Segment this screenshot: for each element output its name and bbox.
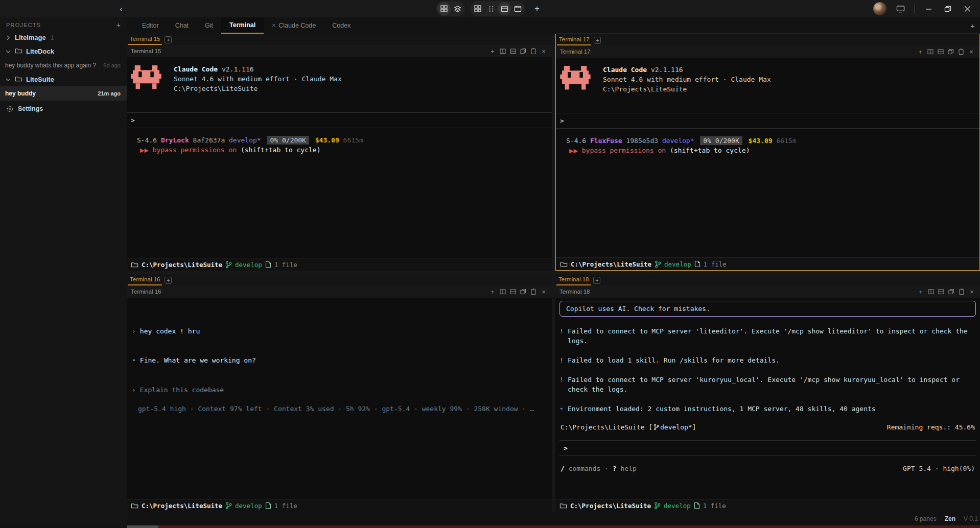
clipboard-button[interactable] xyxy=(958,287,966,296)
chat-item-litedock[interactable]: hey buddy whats this app again ? 6d ago xyxy=(0,58,127,73)
pane-terminal-16: Terminal 16 + Terminal 16 + × xyxy=(127,274,552,512)
close-pane-button[interactable]: × xyxy=(540,287,548,296)
split-horizontal-button[interactable] xyxy=(937,47,945,56)
close-pane-button[interactable]: × xyxy=(540,47,548,55)
terminal-prompt-input[interactable]: > xyxy=(556,113,979,129)
split-pane-button[interactable] xyxy=(498,2,511,15)
close-pane-button[interactable]: × xyxy=(967,47,975,56)
clipboard-button[interactable] xyxy=(957,47,965,56)
claude-code-logo xyxy=(131,65,161,92)
add-terminal-tab-button[interactable]: + xyxy=(594,37,601,44)
footer-branch[interactable]: develop xyxy=(235,261,262,269)
split-vertical-button[interactable] xyxy=(926,47,935,56)
split-horizontal-button[interactable] xyxy=(509,287,517,296)
file-icon xyxy=(265,502,271,509)
footer-branch[interactable]: develop xyxy=(664,502,691,510)
terminal-output: Claude Code v2.1.116 Sonnet 4.6 with med… xyxy=(556,58,979,257)
pane-tab[interactable]: Terminal 17 xyxy=(557,34,591,45)
split-vertical-button[interactable] xyxy=(499,287,507,296)
pane-title: Terminal 15 xyxy=(131,48,161,54)
git-branch-icon xyxy=(654,424,659,430)
duplicate-button[interactable] xyxy=(519,287,527,296)
layers-icon xyxy=(454,5,461,13)
footer-path: C:\Projects\LiteSuite xyxy=(571,260,651,268)
suggested-prompt[interactable]: ›Explain this codebase xyxy=(127,385,552,395)
minimize-button[interactable] xyxy=(923,3,934,14)
add-project-button[interactable]: + xyxy=(116,21,121,29)
new-terminal-button[interactable]: + xyxy=(916,47,924,56)
chevron-down-icon xyxy=(6,78,11,82)
new-terminal-button[interactable]: + xyxy=(488,287,497,296)
dots-grid-button[interactable] xyxy=(484,2,498,15)
clipboard-button[interactable] xyxy=(529,47,538,55)
pane-footer: C:\Projects\LiteSuite develop 1 file xyxy=(127,499,552,512)
footer-file-count[interactable]: 1 file xyxy=(703,502,726,510)
scrollbar-thumb[interactable] xyxy=(127,525,158,528)
footer-branch[interactable]: develop xyxy=(235,502,262,510)
duplicate-button[interactable] xyxy=(947,47,955,56)
close-pane-button[interactable]: × xyxy=(968,287,976,296)
split-vertical-button[interactable] xyxy=(499,47,507,55)
pane-title: Terminal 18 xyxy=(559,289,590,295)
split-horizontal-button[interactable] xyxy=(937,287,945,296)
pane-footer: C:\Projects\LiteSuite develop 1 file xyxy=(555,499,980,512)
claude-code-logo xyxy=(560,66,591,92)
footer-branch[interactable]: develop xyxy=(664,260,691,268)
terminal-prompt-input[interactable]: > xyxy=(559,440,976,456)
grid-layout-button[interactable] xyxy=(437,2,451,15)
tab-editor[interactable]: Editor xyxy=(134,17,167,34)
add-terminal-tab-button[interactable]: + xyxy=(165,277,172,284)
close-tab-icon[interactable]: × xyxy=(272,22,275,29)
sidebar-item-settings[interactable]: Settings xyxy=(0,102,127,116)
new-terminal-button[interactable]: + xyxy=(917,287,925,296)
layout-pill xyxy=(436,1,465,16)
split-horizontal-button[interactable] xyxy=(509,47,517,55)
folder-icon xyxy=(131,502,138,509)
duplicate-button[interactable] xyxy=(519,47,527,55)
app-version: V 0.1 xyxy=(964,515,978,522)
close-window-button[interactable] xyxy=(962,3,973,14)
pane-terminal-17: Terminal 17 + Terminal 17 + × xyxy=(555,34,980,271)
tab-claude-code[interactable]: × Claude Code xyxy=(264,17,324,34)
cwd-text: C:\Projects\LiteSuite [ xyxy=(561,422,652,432)
tab-terminal[interactable]: Terminal xyxy=(221,17,264,34)
gear-icon xyxy=(6,105,14,113)
pane-tab[interactable]: Terminal 15 xyxy=(128,34,162,45)
close-icon xyxy=(964,6,971,12)
add-terminal-tab-button[interactable]: + xyxy=(165,36,172,43)
pane-tab[interactable]: Terminal 18 xyxy=(556,274,591,285)
pane-title: Terminal 16 xyxy=(131,289,161,295)
split-vertical-button[interactable] xyxy=(927,287,935,296)
tab-codex[interactable]: Codex xyxy=(324,17,359,34)
layers-button[interactable] xyxy=(451,2,464,15)
tab-chat[interactable]: Chat xyxy=(167,17,197,34)
screen-share-button[interactable] xyxy=(895,3,906,14)
add-pane-button[interactable]: + xyxy=(530,2,544,15)
footer-file-count[interactable]: 1 file xyxy=(274,261,297,269)
sidebar-item-litesuite[interactable]: LiteSuite xyxy=(0,73,127,86)
footer-file-count[interactable]: 1 file xyxy=(704,260,727,268)
pane-tab[interactable]: Terminal 16 xyxy=(128,274,162,285)
topbar: ‹ xyxy=(0,0,980,17)
add-tab-button[interactable]: + xyxy=(970,17,975,34)
bottom-strip-accent xyxy=(158,525,980,528)
git-branch-icon xyxy=(225,502,232,510)
new-terminal-button[interactable]: + xyxy=(488,47,497,55)
sidebar-item-litedock[interactable]: LiteDock xyxy=(0,44,127,58)
terminal-output: ›hey codex ! hru •Fine. What are we work… xyxy=(127,298,552,499)
restore-button[interactable] xyxy=(942,3,953,14)
tab-git[interactable]: Git xyxy=(197,17,221,34)
terminal-prompt-input[interactable]: > xyxy=(127,112,552,128)
footer-file-count[interactable]: 1 file xyxy=(274,502,297,510)
clipboard-button[interactable] xyxy=(529,287,538,296)
window-button[interactable] xyxy=(511,2,524,15)
avatar[interactable] xyxy=(873,2,886,15)
context-badge: 0% 0/200K xyxy=(700,136,742,145)
zen-mode-toggle[interactable]: Zen xyxy=(945,515,955,522)
sidebar-item-liteimage[interactable]: LiteImage 1 xyxy=(0,31,127,44)
duplicate-button[interactable] xyxy=(947,287,955,296)
chat-item-litesuite[interactable]: hey buddy 21m ago xyxy=(0,86,127,101)
grid-view-button[interactable] xyxy=(471,2,484,15)
sidebar-collapse-icon[interactable]: ‹ xyxy=(120,5,123,13)
add-terminal-tab-button[interactable]: + xyxy=(593,277,600,284)
